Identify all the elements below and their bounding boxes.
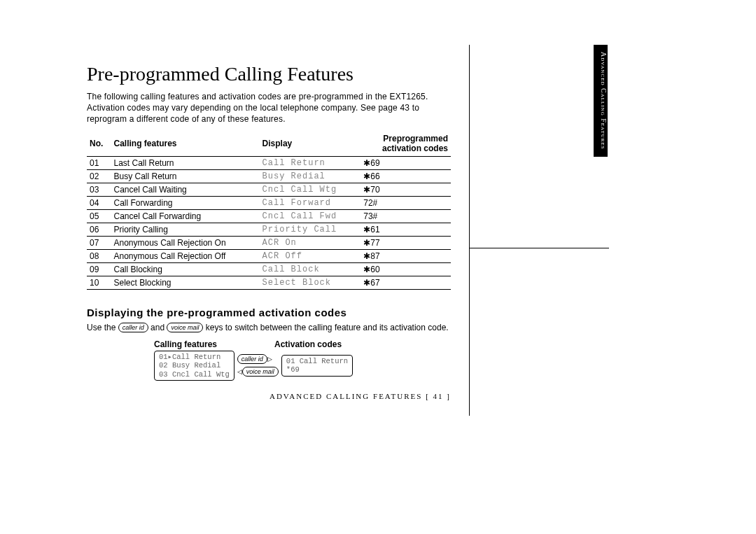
arrow-caller-id: caller id▷ <box>237 354 279 364</box>
cell-feature: Cancel Call Forwarding <box>111 209 260 223</box>
cell-display: Priority Call <box>260 223 361 236</box>
cell-feature: Last Call Return <box>111 156 260 169</box>
cell-display: Cncl Call Fwd <box>260 209 361 223</box>
table-header-row: No. Calling features Display Preprogramm… <box>87 132 451 157</box>
cell-code: 72# <box>360 196 451 209</box>
caller-id-key: caller id <box>118 323 148 332</box>
table-row: 09Call BlockingCall Block✱60 <box>87 262 451 276</box>
cell-feature: Anonymous Call Rejection On <box>111 236 260 249</box>
cell-display: Select Block <box>260 276 361 289</box>
cell-display: ACR Off <box>260 249 361 262</box>
cell-code: ✱67 <box>360 276 451 289</box>
arrow-voice-mail: ◁voice mail <box>237 367 279 377</box>
cell-feature: Priority Calling <box>111 223 260 236</box>
subsection-title: Displaying the pre-programmed activation… <box>87 307 451 318</box>
table-row: 01Last Call ReturnCall Return✱69 <box>87 156 451 169</box>
page-title: Pre-programmed Calling Features <box>87 63 451 85</box>
table-row: 03Cancel Call WaitingCncl Call Wtg✱70 <box>87 183 451 196</box>
cell-code: ✱61 <box>360 223 451 236</box>
header-calling-features: Calling features <box>154 339 217 349</box>
cell-display: Busy Redial <box>260 169 361 183</box>
col-no: No. <box>87 132 111 157</box>
table-row: 08Anonymous Call Rejection OffACR Off✱87 <box>87 249 451 262</box>
table-row: 07Anonymous Call Rejection OnACR On✱77 <box>87 236 451 249</box>
lcd-screen-right: 01 Call Return *69 <box>281 355 353 377</box>
cell-display: Call Block <box>260 262 361 276</box>
cell-feature: Call Forwarding <box>111 196 260 209</box>
cell-code: ✱87 <box>360 249 451 262</box>
cell-no: 09 <box>87 262 111 276</box>
cell-code: ✱60 <box>360 262 451 276</box>
lcd-screen-left: 01▸Call Return 02 Busy Redial 03 Cncl Ca… <box>154 351 234 381</box>
cell-no: 02 <box>87 169 111 183</box>
cell-code: ✱70 <box>360 183 451 196</box>
key-arrows: caller id▷ ◁voice mail <box>237 354 279 377</box>
cell-display: Call Forward <box>260 196 361 209</box>
page-footer: ADVANCED CALLING FEATURES [ 41 ] <box>87 392 451 400</box>
cell-code: ✱69 <box>360 156 451 169</box>
cell-feature: Select Blocking <box>111 276 260 289</box>
cell-no: 08 <box>87 249 111 262</box>
cell-feature: Anonymous Call Rejection Off <box>111 249 260 262</box>
features-table: No. Calling features Display Preprogramm… <box>87 132 451 290</box>
cell-display: ACR On <box>260 236 361 249</box>
cell-no: 07 <box>87 236 111 249</box>
vertical-divider <box>469 45 470 416</box>
cell-display: Cncl Call Wtg <box>260 183 361 196</box>
cell-feature: Busy Call Return <box>111 169 260 183</box>
main-content: Pre-programmed Calling Features The foll… <box>87 63 451 400</box>
cell-display: Call Return <box>260 156 361 169</box>
col-codes: Preprogrammed activation codes <box>360 132 451 157</box>
intro-paragraph: The following calling features and activ… <box>87 91 451 125</box>
subsection-intro: Use the caller id and voice mail keys to… <box>87 323 451 332</box>
cell-no: 01 <box>87 156 111 169</box>
margin-tick <box>469 248 609 248</box>
voice-mail-key: voice mail <box>167 323 203 332</box>
table-row: 04Call ForwardingCall Forward72# <box>87 196 451 209</box>
cell-code: ✱77 <box>360 236 451 249</box>
screens-row: 01▸Call Return 02 Busy Redial 03 Cncl Ca… <box>154 351 451 381</box>
screens-headers: Calling features Activation codes <box>154 339 451 349</box>
section-tab: Advanced Calling Features <box>594 45 608 157</box>
col-display: Display <box>260 132 361 157</box>
cell-no: 06 <box>87 223 111 236</box>
cell-no: 10 <box>87 276 111 289</box>
cell-feature: Call Blocking <box>111 262 260 276</box>
cell-no: 03 <box>87 183 111 196</box>
cell-code: ✱66 <box>360 169 451 183</box>
cell-feature: Cancel Call Waiting <box>111 183 260 196</box>
chevron-right-icon: ▷ <box>267 356 272 363</box>
chevron-left-icon: ◁ <box>237 368 242 375</box>
table-row: 10Select BlockingSelect Block✱67 <box>87 276 451 289</box>
cell-no: 05 <box>87 209 111 223</box>
header-activation-codes: Activation codes <box>274 339 342 349</box>
table-row: 05Cancel Call ForwardingCncl Call Fwd73# <box>87 209 451 223</box>
table-row: 02Busy Call ReturnBusy Redial✱66 <box>87 169 451 183</box>
table-row: 06Priority CallingPriority Call✱61 <box>87 223 451 236</box>
cell-no: 04 <box>87 196 111 209</box>
cell-code: 73# <box>360 209 451 223</box>
col-features: Calling features <box>111 132 260 157</box>
